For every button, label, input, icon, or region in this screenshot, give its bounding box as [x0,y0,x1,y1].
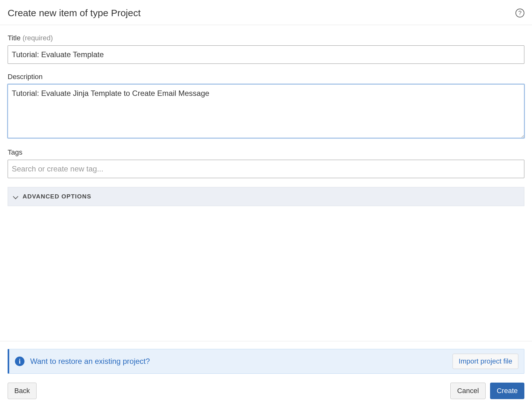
help-icon[interactable]: ? [515,9,524,17]
title-field-group: Title (required) [8,34,524,64]
description-field-group: Description [8,73,524,139]
dialog-body: Title (required) Description Tags ADVANC… [0,25,532,206]
back-button[interactable]: Back [8,383,37,399]
title-required-text: (required) [23,34,53,42]
info-banner-text: Want to restore an existing project? [30,357,150,366]
create-button[interactable]: Create [490,383,524,399]
advanced-options-label: ADVANCED OPTIONS [23,193,91,200]
description-label: Description [8,73,524,81]
dialog-title: Create new item of type Project [8,8,141,18]
title-label: Title (required) [8,34,524,42]
tags-label: Tags [8,148,524,157]
title-input[interactable] [8,45,524,64]
import-project-button[interactable]: Import project file [453,354,518,369]
dialog-header: Create new item of type Project ? [0,0,532,25]
chevron-down-icon [13,194,18,199]
info-banner: i Want to restore an existing project? I… [8,349,524,374]
title-label-text: Title [8,34,21,42]
info-icon: i [15,357,24,366]
tags-field-group: Tags [8,148,524,178]
info-banner-left: i Want to restore an existing project? [15,357,150,366]
tags-input[interactable] [8,160,524,178]
description-input[interactable] [8,84,524,138]
advanced-options-toggle[interactable]: ADVANCED OPTIONS [8,187,524,206]
cancel-button[interactable]: Cancel [450,383,485,399]
footer-buttons: Back Cancel Create [8,383,524,399]
dialog-footer: i Want to restore an existing project? I… [0,341,532,408]
footer-right: Cancel Create [450,383,524,399]
